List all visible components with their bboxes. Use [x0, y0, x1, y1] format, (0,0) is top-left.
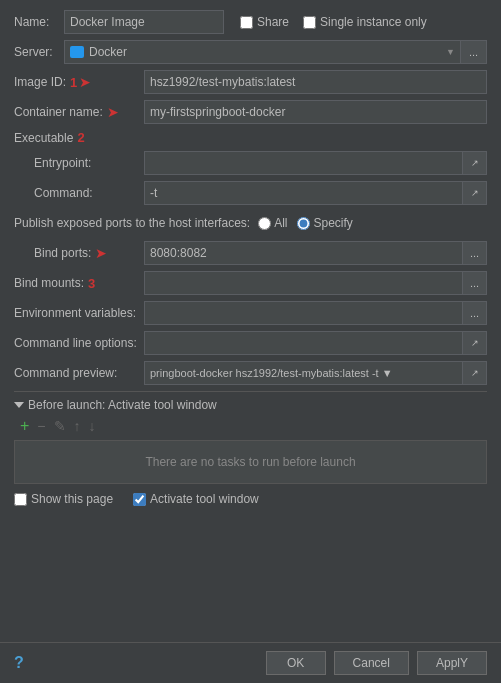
single-instance-label: Single instance only: [320, 15, 427, 29]
specify-radio-label[interactable]: Specify: [297, 216, 352, 230]
image-id-input[interactable]: [144, 70, 487, 94]
minus-icon: −: [37, 418, 45, 434]
docker-icon: [70, 46, 84, 58]
executable-annotation: 2: [77, 130, 84, 145]
specify-radio-label-text: Specify: [313, 216, 352, 230]
container-name-input[interactable]: [144, 100, 487, 124]
radio-group: All Specify: [258, 216, 353, 230]
edit-task-button[interactable]: ✎: [52, 419, 68, 433]
expand-icon: ↗: [471, 158, 479, 168]
bind-mounts-annotation: 3: [88, 276, 95, 291]
command-label: Command:: [34, 186, 144, 200]
launch-toolbar: + − ✎ ↑ ↓: [14, 418, 487, 434]
chevron-down-icon: ▼: [446, 47, 455, 57]
bind-ports-input[interactable]: [144, 241, 463, 265]
env-vars-more-button[interactable]: ...: [463, 301, 487, 325]
bind-ports-label: Bind ports:: [34, 246, 91, 260]
executable-label: Executable: [14, 131, 73, 145]
name-label: Name:: [14, 15, 64, 29]
container-name-input-wrap: [144, 100, 487, 124]
no-tasks-box: There are no tasks to run before launch: [14, 440, 487, 484]
checkboxes-group: Share Single instance only: [240, 15, 427, 29]
share-checkbox[interactable]: [240, 16, 253, 29]
cancel-button[interactable]: Cancel: [334, 651, 409, 675]
env-vars-input[interactable]: [144, 301, 463, 325]
single-instance-checkbox[interactable]: [303, 16, 316, 29]
dots-icon: ...: [469, 46, 478, 58]
before-launch-label: Before launch: Activate tool window: [28, 398, 217, 412]
command-expand-button[interactable]: ↗: [463, 181, 487, 205]
container-name-arrow: ➤: [107, 104, 119, 120]
move-up-button[interactable]: ↑: [72, 419, 83, 433]
bind-mounts-label: Bind mounts:: [14, 276, 84, 290]
entrypoint-expand-button[interactable]: ↗: [463, 151, 487, 175]
single-instance-checkbox-label[interactable]: Single instance only: [303, 15, 427, 29]
publish-ports-label: Publish exposed ports to the host interf…: [14, 216, 250, 230]
cmd-preview-input[interactable]: [144, 361, 463, 385]
server-value: Docker: [89, 45, 446, 59]
image-id-arrow: ➤: [79, 74, 91, 90]
remove-task-button[interactable]: −: [35, 419, 47, 433]
expand-icon4: ↗: [471, 368, 479, 378]
command-row: Command: ↗: [14, 181, 487, 205]
publish-ports-row: Publish exposed ports to the host interf…: [14, 211, 487, 235]
divider: [14, 391, 487, 392]
entrypoint-row: Entrypoint: ↗: [14, 151, 487, 175]
ok-button[interactable]: OK: [266, 651, 326, 675]
cmd-options-input[interactable]: [144, 331, 463, 355]
activate-tool-checkbox[interactable]: [133, 493, 146, 506]
bind-ports-more-button[interactable]: ...: [463, 241, 487, 265]
executable-section-header: Executable 2: [14, 130, 487, 145]
edit-icon: ✎: [54, 418, 66, 434]
share-checkbox-label[interactable]: Share: [240, 15, 289, 29]
all-radio[interactable]: [258, 217, 271, 230]
name-row: Name: Share Single instance only: [14, 10, 487, 34]
form-area: Name: Share Single instance only Server:…: [0, 0, 501, 642]
move-down-button[interactable]: ↓: [87, 419, 98, 433]
cmd-options-input-wrap: ↗: [144, 331, 487, 355]
activate-tool-checkbox-label[interactable]: Activate tool window: [133, 492, 259, 506]
cmd-preview-row: Command preview: ↗: [14, 361, 487, 385]
bind-ports-row: Bind ports: ➤ ...: [14, 241, 487, 265]
show-page-label: Show this page: [31, 492, 113, 506]
bottom-checkboxes: Show this page Activate tool window: [14, 492, 487, 506]
no-tasks-text: There are no tasks to run before launch: [145, 455, 355, 469]
bind-ports-arrow: ➤: [95, 245, 107, 261]
all-radio-label-text: All: [274, 216, 287, 230]
help-icon[interactable]: ?: [14, 654, 24, 672]
entrypoint-label: Entrypoint:: [34, 156, 144, 170]
show-page-checkbox-label[interactable]: Show this page: [14, 492, 113, 506]
entrypoint-input[interactable]: [144, 151, 463, 175]
cmd-options-expand-button[interactable]: ↗: [463, 331, 487, 355]
down-icon: ↓: [89, 418, 96, 434]
activate-tool-label: Activate tool window: [150, 492, 259, 506]
server-select[interactable]: Docker ▼: [64, 40, 461, 64]
bind-mounts-input-wrap: ...: [144, 271, 487, 295]
plus-icon: +: [20, 417, 29, 434]
env-vars-input-wrap: ...: [144, 301, 487, 325]
entrypoint-input-wrap: ↗: [144, 151, 487, 175]
up-icon: ↑: [74, 418, 81, 434]
cmd-preview-expand-button[interactable]: ↗: [463, 361, 487, 385]
specify-radio[interactable]: [297, 217, 310, 230]
expand-icon2: ↗: [471, 188, 479, 198]
env-vars-label: Environment variables:: [14, 306, 144, 320]
image-id-annotation: 1: [70, 75, 77, 90]
all-radio-label[interactable]: All: [258, 216, 287, 230]
bind-mounts-input[interactable]: [144, 271, 463, 295]
image-id-row: Image ID: 1 ➤: [14, 70, 487, 94]
apply-button[interactable]: ApplY: [417, 651, 487, 675]
command-input[interactable]: [144, 181, 463, 205]
expand-icon3: ↗: [471, 338, 479, 348]
container-name-label: Container name:: [14, 105, 103, 119]
cmd-options-row: Command line options: ↗: [14, 331, 487, 355]
bind-mounts-more-button[interactable]: ...: [463, 271, 487, 295]
add-task-button[interactable]: +: [18, 418, 31, 434]
server-more-button[interactable]: ...: [461, 40, 487, 64]
cmd-options-label: Command line options:: [14, 336, 144, 350]
dots-icon4: ...: [470, 307, 479, 319]
show-page-checkbox[interactable]: [14, 493, 27, 506]
before-launch-header[interactable]: Before launch: Activate tool window: [14, 398, 487, 412]
run-debug-dialog: Name: Share Single instance only Server:…: [0, 0, 501, 683]
name-input[interactable]: [64, 10, 224, 34]
